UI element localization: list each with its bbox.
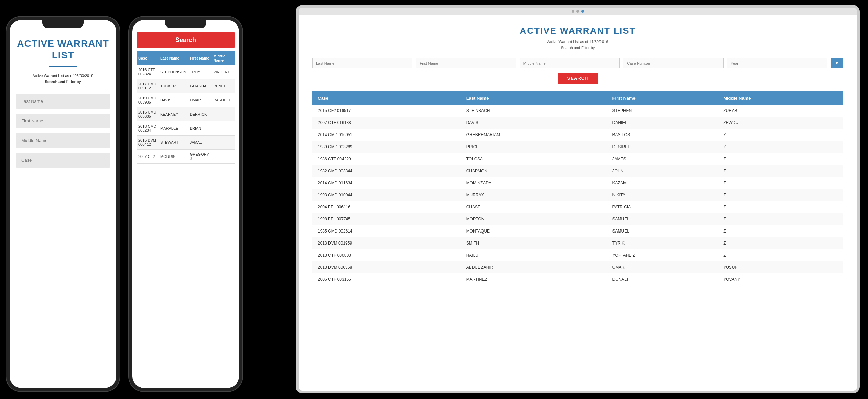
table-row: 1985 CMD 002614MONTAQUESAMUELZ: [312, 225, 843, 237]
filter-year[interactable]: [727, 58, 827, 68]
table-row: 2013 DVM 000368ABDUL ZAHIRUMARYUSUF: [312, 261, 843, 273]
tablet-data-table: Case Last Name First Name Middle Name 20…: [312, 91, 843, 285]
tablet-col-first: First Name: [607, 91, 718, 105]
filter-last-name[interactable]: [312, 58, 412, 68]
filter-middle-name[interactable]: [520, 58, 620, 68]
phone1: ACTIVE WARRANT LIST Active Warrant List …: [6, 17, 120, 391]
tablet-dot-2: [576, 10, 579, 13]
table-row: 2014 CMD 016051GHEBREMARIAMBASILOSZ: [312, 129, 843, 141]
table-row: 2007 CTF 016188DAVISDANIELZEWDU: [312, 117, 843, 129]
phone1-case-input[interactable]: [16, 153, 110, 168]
phone2: Search Case Last Name First Name Middle …: [129, 17, 242, 391]
phone2-col-last: Last Name: [159, 51, 188, 65]
phone2-col-middle: Middle Name: [211, 51, 235, 65]
phone1-first-name-input[interactable]: [16, 114, 110, 128]
year-dropdown-button[interactable]: ▼: [831, 58, 843, 68]
phone1-divider: [49, 66, 77, 67]
tablet-inner: ACTIVE WARRANT LIST Active Warrant List …: [299, 15, 857, 391]
tablet-col-middle: Middle Name: [718, 91, 843, 105]
list-item: 2007 CF2MORRISGREGORY J: [137, 150, 235, 164]
phone2-notch: [165, 20, 206, 28]
list-item: 2019 CMD 003935DAVISOMARRASHEED: [137, 93, 235, 107]
table-row: 2014 CMD 011634MOMINZADAKAZAMZ: [312, 177, 843, 189]
filter-case-number[interactable]: [623, 58, 723, 68]
list-item: 2017 CMD 009112TUCKERLATASHARENEE: [137, 79, 235, 93]
table-row: 2015 CF2 016517STEINBACHSTEPHENZURAB: [312, 105, 843, 117]
table-row: 1989 CMD 003289PRICEDESIREEZ: [312, 141, 843, 153]
tablet-col-case: Case: [312, 91, 461, 105]
table-row: 1986 CTF 004229TOLOSAJAMESZ: [312, 153, 843, 165]
tablet: ACTIVE WARRANT LIST Active Warrant List …: [296, 5, 860, 393]
table-row: 2013 DVM 001959SMITHTYRIKZ: [312, 237, 843, 249]
phone1-title: ACTIVE WARRANT LIST: [16, 38, 110, 61]
table-row: 2013 CTF 000803HAILUYOFTAHE ZZ: [312, 249, 843, 261]
phone1-middle-name-input[interactable]: [16, 133, 110, 148]
list-item: 2016 CMD 008635KEARNEYDERRICK: [137, 107, 235, 121]
list-item: 2018 CMD 005234MARABLEBRIAN: [137, 121, 235, 136]
tablet-subtitle: Active Warrant List as of 11/30/2016 Sea…: [312, 39, 843, 51]
phone1-last-name-input[interactable]: [16, 94, 110, 109]
phone2-table: Case Last Name First Name Middle Name 20…: [137, 51, 235, 164]
phone2-col-case: Case: [137, 51, 159, 65]
table-row: 2004 FEL 006116CHASEPATRICIAZ: [312, 201, 843, 213]
filter-first-name[interactable]: [416, 58, 516, 68]
table-row: 1982 CMD 003344CHAPMONJOHNZ: [312, 165, 843, 177]
phone1-notch: [42, 20, 84, 28]
list-item: 2015 DVM 000412STEWARTJAMAL: [137, 136, 235, 150]
tablet-col-last: Last Name: [461, 91, 607, 105]
search-btn-wrap: SEARCH: [312, 73, 843, 84]
tablet-dot-1: [572, 10, 574, 13]
list-item: 2016 CTF 002324STEPHENSONTROYVINCENT: [137, 65, 235, 79]
tablet-title: ACTIVE WARRANT LIST: [312, 25, 843, 36]
search-button[interactable]: SEARCH: [558, 73, 598, 84]
tablet-dot-3: [581, 10, 584, 13]
phone2-col-first: First Name: [188, 51, 211, 65]
table-row: 2006 CTF 003155MARTINEZDONALTYOVANY: [312, 273, 843, 285]
tablet-top-bar: [299, 8, 857, 15]
phone1-subtitle: Active Warrant List as of 06/03/2019 Sea…: [16, 73, 110, 84]
phone2-search-bar[interactable]: Search: [137, 32, 235, 48]
search-filters: ▼: [312, 58, 843, 68]
table-row: 1993 CMD 010044MURRAYNIKITAZ: [312, 189, 843, 201]
table-row: 1998 FEL 007745MORTONSAMUELZ: [312, 213, 843, 225]
